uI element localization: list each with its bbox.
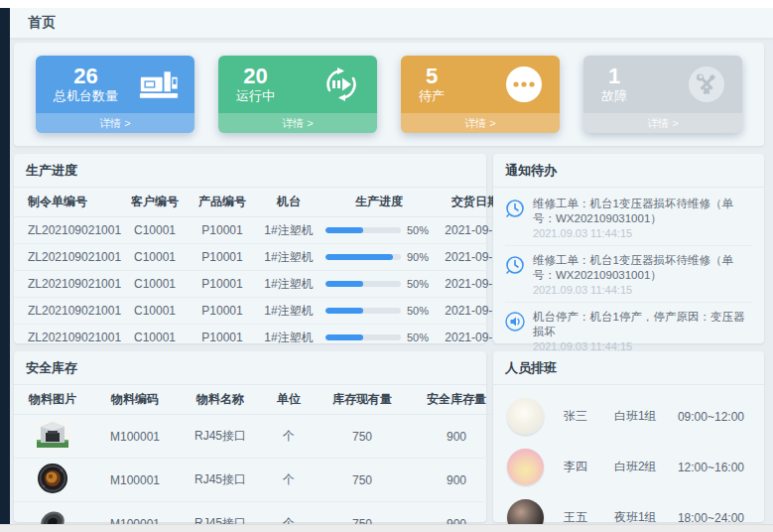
production-table-row: ZL202109021001 C10001 P10001 1#注塑机 50% (14, 298, 514, 325)
material-image-cell (14, 502, 91, 525)
progress-bar (325, 308, 401, 314)
customer-no-cell: C10001 (121, 298, 189, 325)
progress-cell: 90% (322, 244, 437, 271)
tools-icon (687, 65, 726, 104)
running-label: 运行中 (236, 88, 275, 104)
production-progress-panel: 生产进度 制令单编号 客户编号 产品编号 机台 生 (14, 154, 486, 343)
safety-stock-cell: 900 (409, 459, 504, 502)
safety-stock-panel: 安全库存 物料图片 物料编码 物料名称 单位 库存 (14, 351, 486, 522)
column-header: 物料名称 (179, 385, 262, 415)
material-image-cell (14, 459, 91, 502)
stock-cell: 750 (316, 415, 409, 459)
progress-bar (325, 334, 401, 340)
progress-cell: 50% (322, 271, 437, 298)
progress-cell: 50% (322, 217, 437, 244)
notification-time: 2021.09.03 11:44:15 (533, 227, 752, 239)
clock-icon (505, 199, 525, 239)
product-no-cell: P10001 (189, 298, 256, 325)
clock-icon (505, 255, 525, 296)
product-no-cell: P10001 (189, 244, 256, 271)
production-table-row: ZL202109021001 C10001 P10001 1#注塑机 50% (14, 217, 514, 244)
total-machines-label: 总机台数量 (54, 88, 118, 104)
pending-label: 待产 (419, 88, 445, 104)
inventory-table: 物料图片 物料编码 物料名称 单位 库存现有量 安全库存量 (14, 385, 504, 524)
shift-label: 夜班1组 (614, 509, 678, 524)
notification-time: 2021.09.03 11:44:15 (533, 284, 752, 296)
page-header: 首页 (10, 8, 773, 39)
customer-no-cell: C10001 (121, 325, 189, 351)
material-name-cell: RJ45接口 (179, 415, 262, 459)
progress-percent: 90% (407, 251, 433, 263)
running-detail-button[interactable]: 详情 > (218, 113, 377, 133)
rj45-connector-image (34, 419, 71, 454)
column-header: 生产进度 (322, 188, 437, 217)
detail-link-label: 详情 > (464, 116, 495, 131)
progress-bar (325, 227, 401, 233)
schedule-panel-title: 人员排班 (493, 351, 764, 385)
progress-bar (325, 281, 401, 287)
pending-detail-button[interactable]: 详情 > (401, 113, 560, 133)
progress-cell: 50% (322, 298, 437, 325)
window-top-strip (0, 0, 773, 8)
fault-label: 故障 (601, 88, 627, 104)
round-speaker-image (36, 463, 69, 497)
column-header: 库存现有量 (316, 385, 409, 415)
cone-speaker-image (36, 506, 69, 524)
inventory-panel-title: 安全库存 (14, 351, 486, 385)
notification-item[interactable]: 维修工单：机台1变压器损坏待维修（单号：WX202109031001） 2021… (505, 190, 752, 246)
total-machines-value: 26 (73, 65, 97, 88)
schedule-row: 王五 夜班1组 18:00~24:00 (507, 492, 750, 524)
lisi-avatar (507, 449, 544, 485)
stat-card-pending[interactable]: 5 待产 详情 > (401, 56, 560, 133)
column-header: 安全库存量 (409, 385, 504, 415)
running-value: 20 (243, 65, 267, 88)
order-no-cell: ZL202109021001 (14, 325, 121, 351)
staff-name: 张三 (564, 408, 614, 425)
stock-cell: 750 (316, 502, 409, 525)
wangwu-avatar (507, 499, 544, 524)
shift-time: 09:00~12:00 (678, 410, 750, 424)
staff-schedule-panel: 人员排班 张三 白班1组 09:00~12:00 李四 白班2组 12: (493, 351, 764, 522)
stat-card-total-machines[interactable]: 26 总机台数量 (36, 56, 194, 133)
column-header: 客户编号 (121, 188, 189, 217)
shift-time: 12:00~16:00 (678, 461, 750, 474)
notification-item[interactable]: 维修工单：机台1变压器损坏待维修（单号：WX202109031001） 2021… (505, 246, 752, 303)
notification-text: 维修工单：机台1变压器损坏待维修（单号：WX202109031001） (533, 197, 752, 226)
column-header: 机台 (256, 188, 322, 217)
material-code-cell: M100001 (91, 502, 179, 525)
machine-icon (139, 65, 179, 104)
running-icon (322, 65, 361, 104)
customer-no-cell: C10001 (121, 244, 189, 271)
detail-link-label: 详情 > (99, 116, 130, 131)
progress-cell: 50% (322, 325, 437, 351)
shift-label: 白班2组 (614, 459, 678, 475)
order-no-cell: ZL202109021001 (14, 244, 121, 271)
progress-percent: 50% (407, 224, 433, 236)
order-no-cell: ZL202109021001 (14, 298, 121, 325)
progress-percent: 50% (407, 278, 433, 290)
notification-text: 机台停产：机台1停产，停产原因：变压器损坏 (533, 310, 752, 339)
ellipsis-icon (504, 65, 544, 104)
unit-cell: 个 (262, 415, 316, 459)
stat-card-running[interactable]: 20 运行中 (218, 56, 377, 133)
material-name-cell: RJ45接口 (179, 502, 262, 525)
stat-cards-panel: 26 总机台数量 (14, 43, 764, 146)
inventory-table-row: M100001 RJ45接口 个 750 900 (14, 415, 504, 459)
material-code-cell: M100001 (91, 459, 179, 502)
home-tab[interactable]: 首页 (28, 14, 56, 32)
column-header: 产品编号 (189, 188, 256, 217)
stat-card-fault[interactable]: 1 故障 (583, 56, 742, 133)
machine-cell: 1#注塑机 (256, 244, 322, 271)
production-table: 制令单编号 客户编号 产品编号 机台 生产进度 交货日期 ZL202109021… (14, 188, 514, 351)
fault-detail-button[interactable]: 详情 > (583, 113, 742, 133)
safety-stock-cell: 900 (409, 502, 504, 525)
total-machines-detail-button[interactable]: 详情 > (36, 113, 194, 133)
detail-link-label: 详情 > (647, 116, 678, 131)
stock-cell: 750 (316, 459, 409, 502)
zhangsan-avatar (507, 398, 544, 435)
unit-cell: 个 (262, 459, 316, 502)
unit-cell: 个 (262, 502, 316, 525)
machine-cell: 1#注塑机 (256, 271, 322, 298)
order-no-cell: ZL202109021001 (14, 217, 121, 244)
progress-percent: 50% (407, 332, 433, 343)
